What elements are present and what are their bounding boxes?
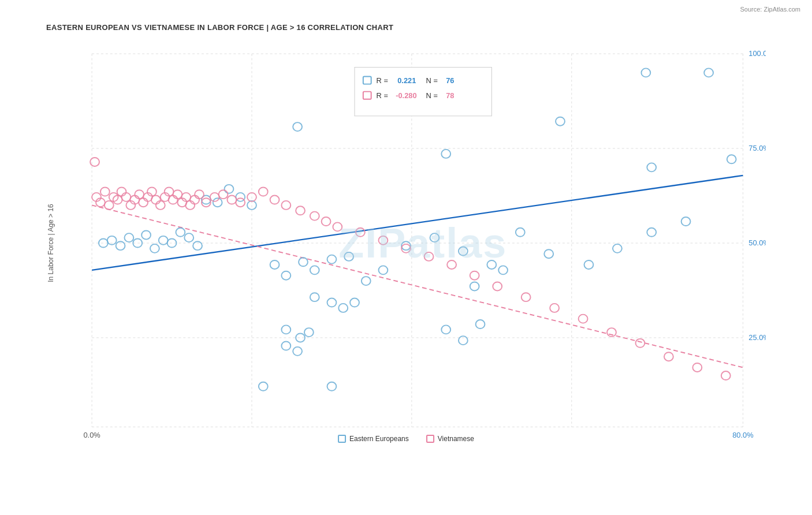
svg-point-128 (692, 363, 702, 372)
svg-point-94 (169, 196, 178, 204)
svg-text:N =: N = (426, 77, 438, 85)
legend-item-eastern-europeans: Eastern Europeans (338, 435, 409, 443)
chart-container: EASTERN EUROPEAN VS VIETNAMESE IN LABOR … (0, 0, 812, 515)
svg-point-54 (459, 247, 468, 256)
svg-text:-0.280: -0.280 (396, 92, 416, 100)
svg-point-98 (185, 201, 195, 210)
svg-point-70 (704, 68, 713, 77)
svg-point-115 (356, 228, 365, 237)
svg-point-83 (122, 193, 131, 201)
svg-point-57 (544, 249, 553, 258)
svg-point-120 (470, 271, 479, 280)
source-label: Source: ZipAtlas.com (740, 6, 800, 13)
svg-point-125 (607, 328, 616, 337)
svg-point-20 (116, 241, 125, 250)
legend-color-eastern (338, 435, 346, 443)
svg-rect-130 (355, 68, 491, 116)
svg-point-95 (173, 190, 182, 199)
svg-point-111 (310, 212, 319, 221)
svg-point-49 (304, 328, 314, 337)
svg-text:50.0%: 50.0% (748, 239, 766, 247)
legend-color-vietnamese (426, 435, 434, 443)
svg-point-47 (281, 325, 290, 334)
svg-point-44 (327, 298, 337, 307)
svg-point-99 (190, 196, 199, 204)
svg-point-72 (727, 155, 736, 163)
svg-point-73 (259, 382, 268, 391)
svg-point-103 (219, 190, 228, 199)
svg-point-69 (641, 68, 650, 77)
svg-text:R =: R = (377, 77, 388, 85)
svg-point-87 (139, 198, 148, 207)
svg-point-108 (270, 196, 280, 204)
scatter-chart: 100.0% 75.0% 50.0% 25.0% 0.0% 80.0% (46, 38, 766, 449)
svg-point-21 (124, 233, 133, 242)
svg-point-38 (310, 266, 319, 274)
svg-point-119 (447, 260, 456, 269)
svg-point-53 (430, 233, 439, 242)
svg-point-56 (516, 228, 525, 237)
svg-point-23 (141, 230, 151, 239)
svg-point-124 (579, 315, 588, 323)
chart-title: EASTERN EUROPEAN VS VIETNAMESE IN LABOR … (46, 23, 766, 32)
svg-point-66 (293, 122, 302, 131)
svg-text:N =: N = (426, 92, 438, 100)
svg-point-75 (459, 336, 468, 345)
svg-line-16 (92, 176, 743, 270)
y-axis-label: In Labor Force | Age > 16 (47, 204, 55, 282)
svg-point-116 (379, 236, 388, 245)
svg-point-105 (236, 198, 245, 207)
svg-point-60 (584, 260, 594, 269)
svg-text:R =: R = (377, 92, 388, 100)
svg-point-39 (327, 255, 337, 264)
svg-point-61 (613, 244, 622, 253)
svg-point-27 (176, 228, 185, 237)
svg-point-63 (681, 217, 691, 226)
svg-point-129 (721, 371, 731, 380)
svg-point-65 (476, 320, 485, 329)
svg-point-113 (333, 222, 342, 231)
svg-text:0.0%: 0.0% (83, 432, 100, 440)
svg-point-127 (664, 352, 673, 361)
svg-point-37 (299, 258, 308, 266)
svg-point-51 (293, 347, 302, 356)
svg-text:75.0%: 75.0% (748, 144, 766, 152)
svg-point-59 (498, 266, 508, 274)
svg-text:76: 76 (446, 77, 454, 85)
svg-point-71 (647, 163, 656, 171)
svg-point-32 (225, 185, 234, 193)
svg-point-68 (556, 117, 565, 126)
svg-point-36 (281, 271, 290, 280)
svg-point-114 (90, 158, 99, 166)
svg-point-74 (327, 382, 337, 391)
svg-point-104 (227, 196, 236, 204)
svg-point-123 (550, 304, 559, 312)
svg-point-112 (322, 217, 331, 226)
svg-point-118 (424, 252, 434, 261)
svg-text:78: 78 (446, 92, 454, 100)
svg-point-35 (270, 260, 280, 269)
svg-point-86 (135, 190, 144, 199)
svg-text:0.221: 0.221 (397, 77, 416, 85)
svg-point-109 (281, 201, 290, 210)
svg-point-107 (259, 188, 268, 196)
svg-text:100.0%: 100.0% (748, 50, 766, 58)
svg-point-90 (151, 196, 161, 204)
legend-label-eastern: Eastern Europeans (349, 435, 409, 443)
svg-point-29 (193, 241, 202, 250)
svg-point-55 (487, 260, 496, 269)
svg-point-28 (184, 233, 193, 242)
svg-point-43 (310, 293, 319, 301)
svg-text:80.0%: 80.0% (732, 432, 753, 440)
svg-point-45 (338, 304, 348, 312)
svg-point-50 (281, 342, 290, 350)
svg-point-100 (195, 190, 204, 199)
chart-area: ZIPatlas In Labor Force | Age > 16 100.0… (46, 38, 766, 449)
legend-label-vietnamese: Vietnamese (438, 435, 474, 443)
svg-point-79 (105, 201, 114, 210)
svg-point-122 (522, 293, 531, 301)
svg-point-102 (210, 193, 219, 201)
svg-point-62 (647, 228, 656, 237)
svg-point-110 (296, 206, 305, 215)
svg-point-121 (493, 282, 502, 290)
